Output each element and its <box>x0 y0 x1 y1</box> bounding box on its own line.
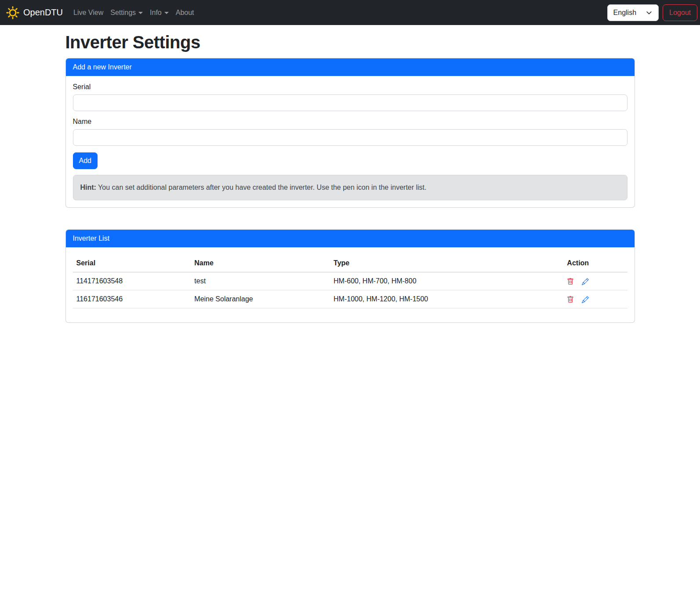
add-card-header: Add a new Inverter <box>66 58 635 76</box>
name-label: Name <box>73 118 627 126</box>
delete-inverter-button[interactable] <box>567 296 574 303</box>
column-header-type: Type <box>330 254 563 272</box>
add-card-body: Serial Name Add Hint: You can set additi… <box>66 76 635 207</box>
nav-settings[interactable]: Settings <box>107 5 146 20</box>
serial-input[interactable] <box>73 94 627 111</box>
language-select[interactable]: English <box>607 4 659 21</box>
nav-info-label: Info <box>150 9 162 17</box>
inverter-list-card: Inverter List Serial Name Type Action 11… <box>65 229 635 323</box>
page-title: Inverter Settings <box>65 33 635 52</box>
add-inverter-card: Add a new Inverter Serial Name Add Hint:… <box>65 58 635 208</box>
column-header-serial: Serial <box>73 254 191 272</box>
name-input[interactable] <box>73 129 627 146</box>
edit-inverter-button[interactable] <box>582 278 589 285</box>
inverter-table: Serial Name Type Action 114171603548 tes… <box>73 254 627 308</box>
cell-serial: 114171603548 <box>73 272 191 290</box>
navbar: OpenDTU Live View Settings Info About En… <box>0 0 700 25</box>
language-select-value: English <box>613 9 636 17</box>
cell-type: HM-600, HM-700, HM-800 <box>330 272 563 290</box>
nav-about-label: About <box>176 9 194 17</box>
column-header-name: Name <box>191 254 330 272</box>
brand-label: OpenDTU <box>23 7 63 18</box>
nav-live-view[interactable]: Live View <box>70 5 107 20</box>
nav-settings-label: Settings <box>110 9 136 17</box>
navbar-right: English Logout <box>607 4 697 21</box>
edit-inverter-button[interactable] <box>582 296 589 303</box>
nav-live-view-label: Live View <box>73 9 103 17</box>
delete-inverter-button[interactable] <box>567 278 574 285</box>
pencil-icon <box>582 278 589 285</box>
cell-type: HM-1000, HM-1200, HM-1500 <box>330 290 563 308</box>
chevron-down-icon <box>646 10 652 16</box>
trash-icon <box>567 296 574 303</box>
column-header-action: Action <box>563 254 627 272</box>
cell-serial: 116171603546 <box>73 290 191 308</box>
list-card-body: Serial Name Type Action 114171603548 tes… <box>66 247 635 322</box>
table-row: 114171603548 test HM-600, HM-700, HM-800 <box>73 272 627 290</box>
nav-about[interactable]: About <box>172 5 198 20</box>
brand-link[interactable]: OpenDTU <box>6 6 63 19</box>
table-row: 116171603546 Meine Solaranlage HM-1000, … <box>73 290 627 308</box>
table-header-row: Serial Name Type Action <box>73 254 627 272</box>
cell-name: test <box>191 272 330 290</box>
trash-icon <box>567 278 574 285</box>
chevron-down-icon <box>138 12 143 14</box>
hint-alert: Hint: You can set additional parameters … <box>73 175 627 200</box>
cell-action <box>563 272 627 290</box>
nav-links: Live View Settings Info About <box>70 5 198 20</box>
main-content: Inverter Settings Add a new Inverter Ser… <box>60 33 640 323</box>
pencil-icon <box>582 296 589 303</box>
hint-text: You can set additional parameters after … <box>98 184 426 191</box>
cell-name: Meine Solaranlage <box>191 290 330 308</box>
cell-action <box>563 290 627 308</box>
list-card-header: Inverter List <box>66 230 635 247</box>
serial-label: Serial <box>73 83 627 91</box>
sun-icon <box>6 6 19 19</box>
chevron-down-icon <box>164 12 169 14</box>
nav-info[interactable]: Info <box>146 5 172 20</box>
logout-button[interactable]: Logout <box>663 4 697 21</box>
hint-label: Hint: <box>80 184 96 191</box>
add-button[interactable]: Add <box>73 152 98 169</box>
